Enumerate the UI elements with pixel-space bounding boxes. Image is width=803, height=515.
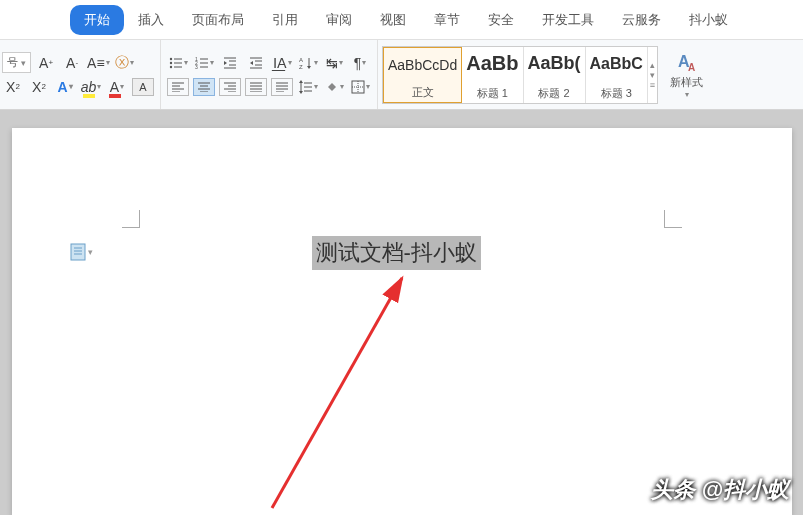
group-font: 号 ▾ A+ A- A≡▾ ⓧ▾ X2 X2 A▾ ab▾ A▾ A bbox=[0, 40, 161, 109]
svg-marker-48 bbox=[299, 91, 303, 94]
svg-text:3: 3 bbox=[195, 64, 198, 70]
nav-pane-icon[interactable]: ▾ bbox=[70, 243, 93, 261]
tab-chapter[interactable]: 章节 bbox=[420, 5, 474, 35]
svg-text:A: A bbox=[299, 57, 303, 63]
bullets-button[interactable]: ▾ bbox=[167, 51, 189, 75]
ribbon-toolbar: 号 ▾ A+ A- A≡▾ ⓧ▾ X2 X2 A▾ ab▾ A▾ A ▾ 123… bbox=[0, 40, 803, 110]
svg-point-2 bbox=[169, 61, 171, 63]
svg-marker-18 bbox=[250, 61, 253, 65]
svg-marker-25 bbox=[307, 66, 311, 69]
style-label: 标题 3 bbox=[601, 86, 632, 101]
subscript-button[interactable]: X2 bbox=[2, 75, 24, 99]
superscript-button[interactable]: X2 bbox=[28, 75, 50, 99]
svg-text:A: A bbox=[688, 62, 695, 73]
text-effects-button[interactable]: A▾ bbox=[54, 75, 76, 99]
styles-gallery: AaBbCcDd 正文 AaBb 标题 1 AaBb( 标题 2 AaBbC 标… bbox=[382, 46, 658, 104]
tab-insert[interactable]: 插入 bbox=[124, 5, 178, 35]
align-left-button[interactable] bbox=[167, 78, 189, 96]
svg-text:Z: Z bbox=[299, 64, 303, 70]
font-size-select[interactable]: 号 ▾ bbox=[2, 52, 31, 73]
tab-douxiaoyi[interactable]: 抖小蚁 bbox=[675, 5, 742, 35]
char-shading-button[interactable]: A bbox=[132, 78, 154, 96]
new-style-icon: AA bbox=[676, 51, 698, 73]
styles-scroll-down[interactable]: ▾ bbox=[650, 70, 655, 80]
svg-line-62 bbox=[272, 278, 402, 508]
tab-review[interactable]: 审阅 bbox=[312, 5, 366, 35]
grow-font-button[interactable]: A+ bbox=[35, 51, 57, 75]
margin-corner-tl bbox=[122, 210, 140, 228]
line-spacing-button[interactable]: ▾ bbox=[297, 75, 319, 99]
tab-security[interactable]: 安全 bbox=[474, 5, 528, 35]
svg-point-4 bbox=[169, 65, 171, 67]
svg-marker-13 bbox=[224, 61, 227, 65]
style-heading2[interactable]: AaBb( 标题 2 bbox=[524, 47, 586, 103]
align-justify-button[interactable] bbox=[245, 78, 267, 96]
sort-button[interactable]: AZ▾ bbox=[297, 51, 319, 75]
styles-scroll-up[interactable]: ▴ bbox=[650, 60, 655, 70]
align-right-button[interactable] bbox=[219, 78, 241, 96]
tab-view[interactable]: 视图 bbox=[366, 5, 420, 35]
decrease-indent-button[interactable] bbox=[219, 51, 241, 75]
highlight-button[interactable]: ab▾ bbox=[80, 75, 102, 99]
style-preview: AaBbC bbox=[590, 49, 643, 79]
clear-format-button[interactable]: ⓧ▾ bbox=[114, 51, 136, 75]
style-heading3[interactable]: AaBbC 标题 3 bbox=[586, 47, 648, 103]
shading-button[interactable]: ▾ bbox=[323, 75, 345, 99]
show-marks-button[interactable]: ¶▾ bbox=[349, 51, 371, 75]
watermark-text: 头条 @抖小蚁 bbox=[651, 475, 789, 505]
style-label: 标题 2 bbox=[538, 86, 569, 101]
numbering-button[interactable]: 123▾ bbox=[193, 51, 215, 75]
tab-cloud[interactable]: 云服务 bbox=[608, 5, 675, 35]
style-preview: AaBb( bbox=[528, 49, 581, 79]
style-preview: AaBb bbox=[466, 49, 518, 79]
annotation-arrow bbox=[262, 268, 462, 515]
style-preview: AaBbCcDd bbox=[388, 50, 457, 80]
document-selected-text[interactable]: 测试文档-抖小蚁 bbox=[312, 236, 481, 270]
shrink-font-button[interactable]: A- bbox=[61, 51, 83, 75]
borders-button[interactable]: ▾ bbox=[349, 75, 371, 99]
style-label: 标题 1 bbox=[477, 86, 508, 101]
increase-indent-button[interactable] bbox=[245, 51, 267, 75]
style-normal[interactable]: AaBbCcDd 正文 bbox=[383, 47, 462, 103]
tab-symbol-button[interactable]: ↹▾ bbox=[323, 51, 345, 75]
tab-start[interactable]: 开始 bbox=[70, 5, 124, 35]
document-page[interactable]: ▾ 测试文档-抖小蚁 bbox=[12, 128, 792, 515]
svg-rect-57 bbox=[71, 244, 85, 260]
tab-reference[interactable]: 引用 bbox=[258, 5, 312, 35]
tab-devtools[interactable]: 开发工具 bbox=[528, 5, 608, 35]
style-heading1[interactable]: AaBb 标题 1 bbox=[462, 47, 523, 103]
group-paragraph: ▾ 123▾ I̲A̲▾ AZ▾ ↹▾ ¶▾ bbox=[161, 40, 378, 109]
align-distribute-button[interactable] bbox=[271, 78, 293, 96]
styles-expand[interactable]: ≡ bbox=[650, 80, 655, 90]
svg-marker-47 bbox=[299, 80, 303, 83]
svg-point-0 bbox=[169, 57, 171, 59]
font-color-button[interactable]: A▾ bbox=[106, 75, 128, 99]
align-center-button[interactable] bbox=[193, 78, 215, 96]
new-style-button[interactable]: AA 新样式▾ bbox=[662, 51, 711, 99]
change-case-button[interactable]: A≡▾ bbox=[87, 51, 110, 75]
text-direction-button[interactable]: I̲A̲▾ bbox=[271, 51, 293, 75]
style-label: 正文 bbox=[412, 85, 434, 100]
tab-layout[interactable]: 页面布局 bbox=[178, 5, 258, 35]
document-area: ▾ 测试文档-抖小蚁 bbox=[0, 110, 803, 515]
margin-corner-tr bbox=[664, 210, 682, 228]
menu-tabs: 开始 插入 页面布局 引用 审阅 视图 章节 安全 开发工具 云服务 抖小蚁 bbox=[0, 0, 803, 40]
